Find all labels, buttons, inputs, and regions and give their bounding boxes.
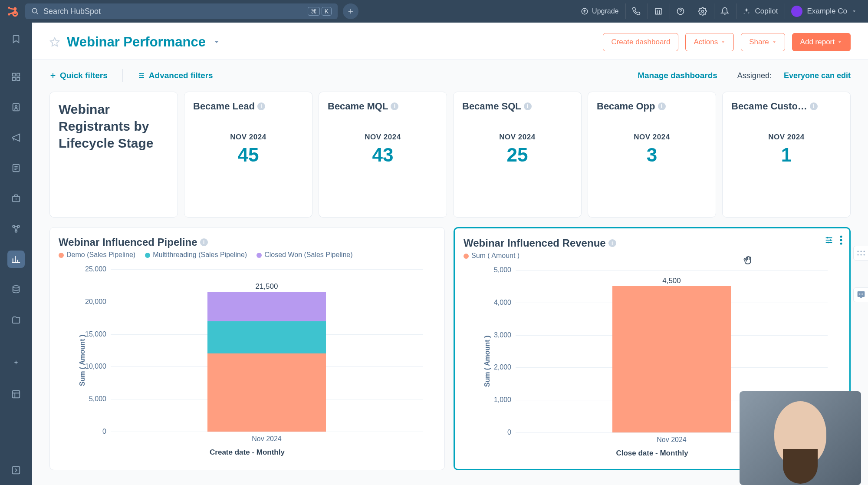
nav-automation[interactable]: [7, 220, 25, 238]
notifications-icon[interactable]: [714, 3, 735, 19]
nav-content[interactable]: [7, 159, 25, 177]
info-icon[interactable]: i: [524, 102, 532, 110]
nav-commerce[interactable]: [7, 190, 25, 207]
chart-legend: Demo (Sales Pipeline) Multithreading (Sa…: [59, 251, 436, 259]
create-button[interactable]: [343, 3, 358, 19]
nav-marketing[interactable]: [7, 129, 25, 146]
chevron-down-icon: [213, 38, 220, 46]
nav-collapse[interactable]: [7, 462, 25, 479]
copilot-label: Copilot: [755, 7, 778, 16]
share-button[interactable]: Share: [741, 33, 785, 51]
upgrade-link[interactable]: Upgrade: [581, 7, 625, 15]
nav-templates[interactable]: [7, 386, 25, 403]
global-search[interactable]: ⌘K: [25, 3, 338, 19]
info-icon[interactable]: i: [608, 239, 616, 247]
svg-point-29: [858, 254, 859, 256]
create-dashboard-button[interactable]: Create dashboard: [603, 33, 678, 51]
kpi-card-opp[interactable]: Became Oppi NOV 20243: [588, 92, 716, 218]
y-axis-label: Sum ( Amount ): [79, 335, 86, 386]
info-icon[interactable]: i: [658, 102, 666, 110]
kpi-card-customer[interactable]: Became Custo…i NOV 20241: [722, 92, 851, 218]
nav-contacts[interactable]: [7, 99, 25, 116]
svg-point-33: [861, 294, 861, 294]
chevron-down-icon: [852, 9, 857, 14]
presenter-webcam: [740, 391, 861, 485]
kpi-period: NOV 2024: [454, 133, 581, 142]
settings-icon[interactable]: [692, 3, 713, 19]
chevron-down-icon: [720, 40, 726, 45]
svg-point-28: [864, 251, 865, 252]
svg-point-25: [840, 243, 842, 245]
chart-filter-icon[interactable]: [824, 235, 834, 245]
chart-tools: [824, 235, 842, 245]
svg-point-23: [840, 236, 842, 238]
svg-point-27: [861, 251, 862, 252]
legend-item[interactable]: Sum ( Amount ): [464, 252, 519, 260]
kpi-period: NOV 2024: [319, 133, 447, 142]
assigned-label: Assigned:: [737, 71, 772, 80]
manage-dashboards-link[interactable]: Manage dashboards: [638, 71, 717, 80]
card-header[interactable]: Webinar Registrants by Lifecycle Stage: [49, 92, 178, 218]
kpi-title: Became Custo…: [731, 101, 807, 112]
legend-item[interactable]: Closed Won (Sales Pipeline): [256, 251, 352, 259]
nav-library[interactable]: [7, 311, 25, 329]
nav-reporting[interactable]: [7, 251, 25, 268]
account-menu[interactable]: Example Co: [785, 3, 863, 19]
upgrade-label: Upgrade: [592, 7, 618, 15]
nav-ai[interactable]: [7, 355, 25, 373]
svg-point-2: [8, 7, 10, 9]
svg-point-24: [840, 239, 842, 241]
add-report-button[interactable]: Add report: [792, 33, 851, 51]
search-shortcut: ⌘K: [308, 7, 332, 16]
marketplace-icon[interactable]: [648, 3, 669, 19]
svg-point-8: [702, 10, 704, 13]
legend-item[interactable]: Demo (Sales Pipeline): [59, 251, 135, 259]
nav-data[interactable]: [7, 281, 25, 298]
kpi-card-mql[interactable]: Became MQLi NOV 202443: [319, 92, 447, 218]
dashboard-switcher[interactable]: [213, 38, 220, 46]
plus-icon: [347, 8, 354, 15]
chart-legend: Sum ( Amount ): [464, 252, 841, 260]
chart-title-text: Webinar Influenced Pipeline: [59, 236, 197, 248]
svg-rect-22: [13, 467, 20, 474]
copilot-button[interactable]: Copilot: [736, 3, 784, 19]
nav-bookmarks[interactable]: [7, 30, 25, 48]
kpi-period: NOV 2024: [588, 133, 716, 142]
kpi-card-sql[interactable]: Became SQLi NOV 202425: [453, 92, 582, 218]
side-drag-handle[interactable]: [853, 246, 868, 261]
kpi-cards-row: Webinar Registrants by Lifecycle Stage B…: [32, 92, 868, 227]
advanced-filters-button[interactable]: Advanced filters: [138, 71, 213, 80]
info-icon[interactable]: i: [810, 102, 818, 110]
top-nav: ⌘K Upgrade Copilot Example Co: [0, 0, 868, 23]
left-nav-rail: [0, 23, 32, 485]
y-axis-label: Sum ( Amount ): [483, 336, 491, 387]
kpi-value: 45: [184, 144, 312, 166]
chart-body: Sum ( Amount ) 05,00010,00015,00020,0002…: [59, 265, 436, 456]
kpi-title: Became SQL: [462, 101, 521, 112]
quick-filters-button[interactable]: Quick filters: [49, 71, 108, 80]
chart-pipeline[interactable]: Webinar Influenced Pipelinei Demo (Sales…: [49, 227, 445, 470]
upgrade-icon: [581, 7, 589, 15]
chart-more-icon[interactable]: [840, 235, 842, 245]
info-icon[interactable]: i: [200, 238, 208, 246]
hubspot-logo[interactable]: [5, 4, 20, 19]
card-header-title: Webinar Registrants by Lifecycle Stage: [59, 101, 169, 152]
kpi-value: 1: [723, 144, 850, 166]
side-chat-button[interactable]: [853, 287, 868, 302]
kpi-value: 25: [454, 144, 581, 166]
search-input[interactable]: [43, 7, 303, 16]
kpi-card-lead[interactable]: Became Leadi NOV 202445: [184, 92, 312, 218]
actions-button[interactable]: Actions: [685, 33, 734, 51]
legend-item[interactable]: Multithreading (Sales Pipeline): [145, 251, 247, 259]
info-icon[interactable]: i: [257, 102, 265, 110]
sliders-icon: [138, 72, 145, 79]
assigned-value[interactable]: Everyone can edit: [784, 71, 851, 80]
info-icon[interactable]: i: [391, 102, 398, 110]
svg-rect-9: [13, 73, 15, 76]
svg-point-30: [861, 254, 862, 256]
favorite-star-icon[interactable]: [49, 37, 60, 47]
nav-workspaces[interactable]: [7, 68, 25, 86]
calls-icon[interactable]: [625, 3, 647, 19]
help-icon[interactable]: [670, 3, 691, 19]
kpi-title: Became MQL: [328, 101, 388, 112]
